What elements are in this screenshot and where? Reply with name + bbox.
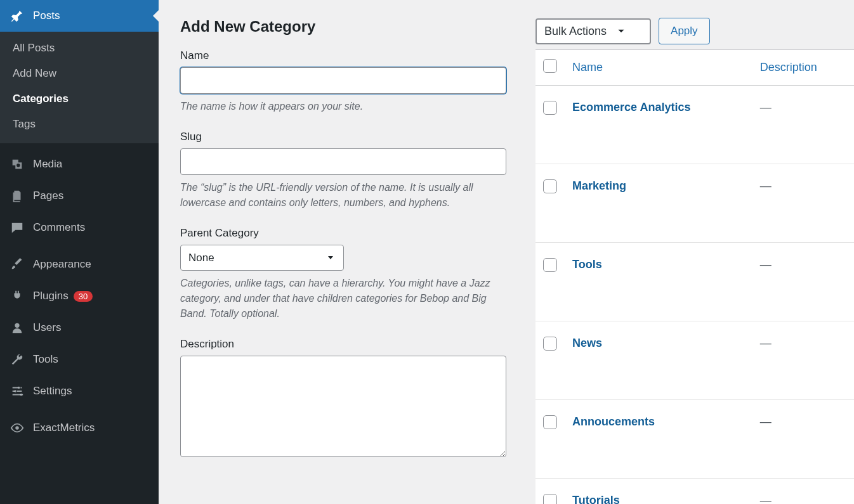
menu-label: ExactMetrics [33,422,95,434]
description-textarea[interactable] [180,356,506,457]
category-description: — [752,400,854,479]
menu-label: Settings [33,385,72,397]
chevron-down-icon [613,25,627,37]
menu-label: Posts [33,10,60,22]
menu-item-pages[interactable]: Pages [0,180,159,212]
category-link[interactable]: News [572,337,602,349]
brush-icon [9,256,25,273]
row-checkbox[interactable] [543,179,557,193]
parent-label: Parent Category [180,227,506,240]
add-category-form: Add New Category Name The name is how it… [180,18,506,504]
name-label: Name [180,49,506,62]
menu-label: Plugins [33,290,69,302]
pin-icon [9,8,25,24]
menu-item-exactmetrics[interactable]: ExactMetrics [0,412,159,444]
media-icon [9,156,25,172]
svg-point-4 [15,426,19,430]
menu-label: Pages [33,190,63,202]
menu-item-users[interactable]: Users [0,312,159,344]
category-link[interactable]: Annoucements [572,415,655,428]
category-description: — [752,321,854,400]
category-link[interactable]: Marketing [572,179,626,192]
field-name: Name The name is how it appears on your … [180,49,506,114]
submenu-tags[interactable]: Tags [0,112,159,137]
table-row: Ecommerce Analytics — [535,86,854,164]
tablenav: Bulk Actions Apply [535,18,854,44]
user-icon [9,320,25,336]
table-row: News — [535,321,854,400]
category-description: — [752,243,854,321]
table-row: Annoucements — [535,400,854,479]
bulk-actions-select[interactable]: Bulk Actions [535,18,651,44]
sliders-icon [9,383,25,399]
col-name[interactable]: Name [565,49,752,86]
slug-input[interactable] [180,148,506,175]
menu-label: Media [33,158,62,171]
slug-help: The “slug” is the URL-friendly version o… [180,180,506,210]
menu-item-posts[interactable]: Posts [0,0,159,32]
plug-icon [9,288,25,304]
pages-icon [9,188,25,204]
submenu-add-new[interactable]: Add New [0,61,159,86]
col-description[interactable]: Description [752,49,854,86]
category-link[interactable]: Tutorials [572,494,620,504]
admin-sidebar: Posts All Posts Add New Categories Tags … [0,0,159,504]
svg-point-2 [14,390,16,392]
wrench-icon [9,351,25,368]
menu-label: Users [33,321,61,334]
menu-label: Appearance [33,258,91,271]
svg-point-0 [16,164,20,167]
menu-item-media[interactable]: Media [0,148,159,180]
row-checkbox[interactable] [543,494,557,504]
row-checkbox[interactable] [543,101,557,115]
slug-label: Slug [180,131,506,143]
apply-button[interactable]: Apply [659,18,710,44]
menu-item-settings[interactable]: Settings [0,375,159,407]
parent-help: Categories, unlike tags, can have a hier… [180,276,506,321]
form-heading: Add New Category [180,18,506,36]
field-slug: Slug The “slug” is the URL-friendly vers… [180,131,506,210]
posts-submenu: All Posts Add New Categories Tags [0,32,159,143]
plugins-badge: 30 [74,291,93,302]
eye-icon [9,420,25,436]
category-link[interactable]: Tools [572,258,602,271]
submenu-all-posts[interactable]: All Posts [0,36,159,61]
row-checkbox[interactable] [543,415,557,429]
svg-point-1 [18,387,20,389]
main-content: Add New Category Name The name is how it… [159,0,854,504]
comment-icon [9,219,25,236]
table-row: Tools — [535,243,854,321]
table-row: Marketing — [535,164,854,243]
menu-label: Comments [33,221,85,234]
category-description: — [752,86,854,164]
menu-item-tools[interactable]: Tools [0,344,159,375]
field-parent: Parent Category None Categories, unlike … [180,227,506,321]
row-checkbox[interactable] [543,258,557,272]
svg-point-3 [20,394,23,396]
menu-label: Tools [33,353,58,366]
category-link[interactable]: Ecommerce Analytics [572,101,690,113]
description-label: Description [180,338,506,351]
categories-table-wrap: Bulk Actions Apply Name Description [535,18,854,504]
table-row: Tutorials — [535,479,854,504]
categories-table: Name Description Ecommerce Analytics — M… [535,49,854,504]
field-description: Description [180,338,506,459]
submenu-categories[interactable]: Categories [0,86,159,112]
menu-item-appearance[interactable]: Appearance [0,249,159,280]
select-all-checkbox[interactable] [543,59,557,73]
menu-item-comments[interactable]: Comments [0,212,159,243]
row-checkbox[interactable] [543,337,557,351]
parent-select[interactable]: None [180,245,344,271]
category-description: — [752,479,854,504]
name-help: The name is how it appears on your site. [180,99,506,114]
bulk-actions-label: Bulk Actions [544,25,607,38]
name-input[interactable] [180,67,506,94]
category-description: — [752,164,854,243]
menu-item-plugins[interactable]: Plugins 30 [0,280,159,312]
